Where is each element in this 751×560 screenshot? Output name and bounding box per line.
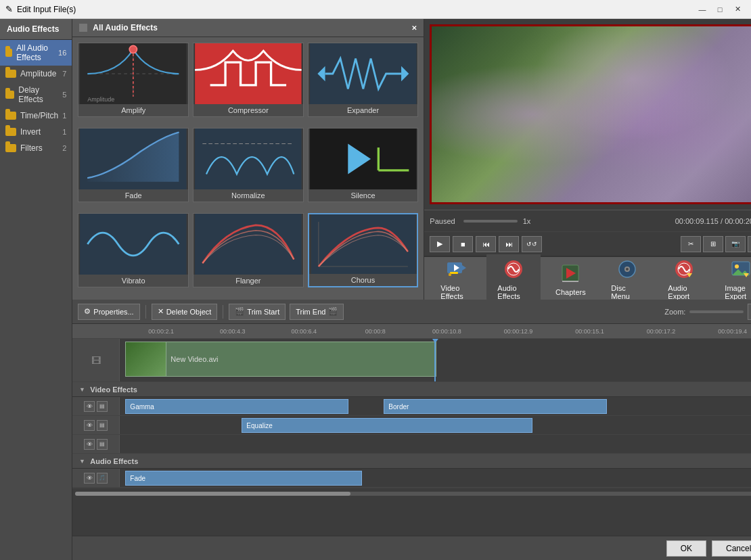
effect-label-fade: Fade [78,189,188,202]
next-button[interactable]: ⏭ [499,236,519,252]
panel-close-icon[interactable]: ✕ [411,24,417,32]
toolbar-disc-menu-label: Disc Menu [611,284,643,300]
gamma-clip[interactable]: Gamma [125,399,348,414]
ok-button[interactable]: OK [666,540,706,557]
effect-label-compressor: Compressor [194,104,303,116]
effect-track-content-1: Gamma Border [120,397,751,415]
toolbar-disc-menu[interactable]: Disc Menu [600,254,654,303]
horizontal-scrollbar[interactable]: ▶ [72,488,751,498]
main-container: Audio Effects All Audio Effects 16 Ampli… [0,19,751,560]
prev-button[interactable]: ⏮ [476,236,496,252]
eye-button-3[interactable]: 👁 [84,439,95,450]
normalize-icon [194,129,303,189]
effect-label-normalize: Normalize [194,189,303,202]
equalize-clip[interactable]: Equalize [242,418,532,433]
volume-tool[interactable]: 🔊 [748,236,751,252]
eye-button-1[interactable]: 👁 [84,401,95,412]
audio-eye-button[interactable]: 👁 [84,473,95,484]
close-button[interactable]: ✕ [729,3,746,16]
audio-effects-collapse[interactable]: ▼ [78,457,86,465]
audio-effects-icon-wrap [501,257,526,281]
copy-tool[interactable]: ⊞ [703,236,723,252]
video-effects-header: ▼ Video Effects [72,382,751,397]
track-icon-1[interactable]: ▤ [97,401,108,412]
ruler-mark-5: 00:00:12.9 [482,328,554,335]
sidebar-item-invert[interactable]: Invert 1 [0,124,72,140]
disc-menu-icon-wrap [615,257,639,281]
toolbar-image-export[interactable]: Image Export [714,254,751,303]
delete-object-button[interactable]: ✕ Delete Object [152,304,218,320]
ruler-mark-8: 00:00:19.4 [697,328,751,335]
sidebar-item-delay-effects[interactable]: Delay Effects 5 [0,82,72,108]
fade-clip[interactable]: Fade [125,471,362,486]
toolbar-chapters[interactable]: Chapters [543,258,597,299]
title-bar-left: ✎ Edit Input File(s) [5,4,76,14]
dialog-footer: OK Cancel [72,536,751,560]
effect-tile-amplify[interactable]: Amplitude Amplify [78,43,189,117]
equalize-clip-label: Equalize [246,422,272,429]
left-panel-header: Audio Effects [0,19,72,40]
effect-tile-normalize[interactable]: Normalize [193,128,304,202]
sidebar-item-filters[interactable]: Filters 2 [0,140,72,156]
video-track-content: New Video.avi [120,339,751,381]
effect-tile-compressor[interactable]: Compressor [193,43,304,117]
toolbar-audio-export-label: Audio Export [668,284,700,300]
sidebar-item-amplitude[interactable]: Amplitude 7 [0,66,72,82]
ruler-mark-7: 00:00:17.2 [625,328,697,335]
sidebar-item-time-pitch[interactable]: Time/Pitch 1 [0,108,72,124]
maximize-button[interactable]: □ [712,3,728,16]
zoom-slider[interactable] [689,310,744,313]
ruler-mark-4: 00:00:10.8 [411,328,483,335]
audio-effects-icon [503,258,524,280]
effect-tile-fade[interactable]: Fade [78,128,189,202]
zoom-label: Zoom: [664,308,685,316]
audio-track-icon[interactable]: 🎵 [97,473,108,484]
trim-end-button[interactable]: Trim End 🎬 [290,304,344,320]
minimize-button[interactable]: — [694,3,710,16]
toolbar-audio-effects[interactable]: Audio Effects [486,254,541,303]
audio-track-controls-1: 👁 🎵 [72,469,120,487]
video-effect-row-1: 👁 ▤ Gamma Border [72,397,751,416]
border-clip[interactable]: Border [384,399,607,414]
track-icon-3[interactable]: ▤ [97,439,108,450]
top-section: All Audio Effects ✕ Amplitude [72,19,751,300]
playback-speed: 1x [523,217,531,225]
effect-tile-chorus[interactable]: Chorus [308,213,419,287]
fit-zoom-button[interactable]: ⊞ [748,304,751,320]
play-button[interactable]: ▶ [430,236,450,252]
audio-effect-row-1: 👁 🎵 Fade [72,469,751,488]
vibrato-icon [78,214,188,275]
effect-tile-silence[interactable]: Silence [308,128,419,202]
item-count: 5 [62,91,66,99]
speed-slider[interactable] [463,220,518,223]
scrollbar-thumb[interactable] [75,492,350,496]
toolbar-audio-export[interactable]: Audio Export [657,254,711,303]
cancel-button[interactable]: Cancel [712,540,751,557]
effect-label-silence: Silence [309,189,418,202]
cut-tool[interactable]: ✂ [681,236,701,252]
audio-export-icon-wrap [672,257,696,281]
video-effects-icon-wrap [445,257,469,281]
delete-label: Delete Object [166,308,212,316]
effect-tile-vibrato[interactable]: Vibrato [78,213,189,287]
snapshot-tool[interactable]: 📷 [725,236,746,252]
video-effects-collapse[interactable]: ▼ [78,386,86,394]
loop-button[interactable]: ↺↺ [522,236,542,252]
transport-tools: ✂ ⊞ 📷 🔊 [681,236,751,252]
video-clip[interactable]: New Video.avi [125,342,436,377]
track-icon-2[interactable]: ▤ [97,420,108,431]
trim-start-button[interactable]: 🎬 Trim Start [229,304,286,320]
effect-label-amplify: Amplify [78,104,188,116]
properties-button[interactable]: ⚙ Properties... [78,304,139,320]
effect-tile-flanger[interactable]: Flanger [193,213,304,287]
video-effect-row-3: 👁 ▤ [72,435,751,454]
sidebar-item-label: Time/Pitch [20,111,58,120]
ruler-mark-6: 00:00:15.1 [554,328,626,335]
effect-tile-expander[interactable]: Expander [308,43,419,117]
stop-button[interactable]: ■ [453,236,473,252]
sidebar-item-all-audio-effects[interactable]: All Audio Effects 16 [0,40,72,66]
effect-label-expander: Expander [309,104,418,116]
eye-button-2[interactable]: 👁 [84,420,95,431]
effect-track-content-2: Equalize [120,416,751,434]
toolbar-video-effects[interactable]: Video Effects [430,254,484,303]
